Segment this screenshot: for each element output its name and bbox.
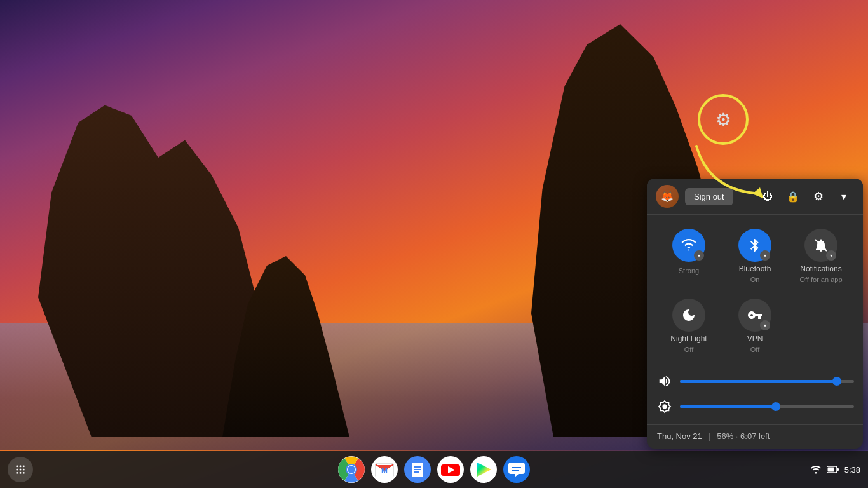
volume-slider-row (656, 369, 854, 394)
volume-icon (656, 372, 674, 390)
tiles-row-2: Night Light Off ▾ VPN Off (647, 294, 863, 363)
wifi-tray-icon (810, 465, 822, 474)
svg-point-10 (23, 472, 25, 474)
notifications-dropdown-arrow[interactable]: ▾ (826, 250, 836, 261)
brightness-slider-thumb[interactable] (771, 402, 780, 411)
taskbar-app-messages[interactable] (502, 455, 531, 484)
panel-date: Thu, Nov 21 (657, 431, 702, 441)
notifications-icon-wrapper: ▾ (804, 229, 837, 262)
svg-rect-21 (414, 469, 421, 470)
bluetooth-icon-wrapper: ▾ (738, 229, 771, 262)
svg-point-6 (20, 469, 22, 471)
taskbar-app-play[interactable] (469, 455, 498, 484)
volume-slider-thumb[interactable] (832, 377, 841, 386)
lock-button[interactable]: 🔒 (783, 186, 803, 207)
settings-icon: ⚙ (813, 189, 824, 203)
expand-button[interactable]: ▾ (834, 186, 854, 207)
svg-rect-29 (512, 467, 521, 468)
launcher-button[interactable] (8, 457, 33, 482)
night-light-icon (681, 308, 696, 323)
bluetooth-icon (747, 238, 763, 253)
notifications-tile[interactable]: ▾ Notifications Off for an app (788, 224, 854, 288)
tray-time: 5:38 (844, 465, 860, 475)
volume-slider-track[interactable] (680, 380, 854, 383)
wifi-tile[interactable]: ▾ Strong (656, 224, 722, 288)
notifications-off-icon (813, 238, 829, 253)
night-light-tile[interactable]: Night Light Off (656, 294, 722, 358)
vpn-dropdown-arrow[interactable]: ▾ (760, 320, 770, 330)
annotated-settings-icon: ⚙ (715, 109, 731, 130)
svg-point-5 (16, 469, 18, 471)
empty-tile (788, 294, 854, 358)
svg-point-3 (20, 465, 22, 467)
vpn-label: VPN (747, 334, 763, 343)
panel-sliders (647, 363, 863, 424)
svg-rect-20 (414, 466, 421, 468)
taskbar-left (8, 457, 33, 482)
night-light-sublabel: Off (684, 346, 693, 353)
svg-point-8 (16, 472, 18, 474)
settings-button[interactable]: ⚙ (808, 186, 829, 207)
lock-icon: 🔒 (787, 191, 799, 203)
night-light-label: Night Light (670, 334, 707, 343)
taskbar-app-youtube[interactable] (436, 455, 465, 484)
svg-rect-22 (414, 471, 419, 473)
annotation-arrow (690, 140, 773, 206)
taskbar-apps: M (337, 455, 531, 484)
svg-text:M: M (381, 466, 388, 475)
panel-footer: Thu, Nov 21 | 56% · 6:07 left (647, 424, 863, 449)
taskbar-tray: 5:38 (810, 465, 860, 475)
brightness-slider-row (656, 394, 854, 419)
volume-slider-fill (680, 380, 837, 383)
vpn-sublabel: Off (750, 346, 759, 353)
svg-rect-30 (512, 470, 519, 471)
taskbar: M (0, 451, 868, 488)
chevron-down-icon: ▾ (841, 191, 846, 203)
panel-battery-info: 56% · 6:07 left (717, 431, 770, 441)
night-light-icon-wrapper (672, 299, 705, 332)
brightness-slider-track[interactable] (680, 405, 854, 408)
vpn-icon-wrapper: ▾ (738, 299, 771, 332)
notifications-sublabel: Off for an app (799, 276, 842, 283)
brightness-slider-fill (680, 405, 776, 408)
svg-point-9 (20, 472, 22, 474)
taskbar-app-docs[interactable] (403, 455, 432, 484)
notifications-label: Notifications (800, 264, 841, 273)
bluetooth-dropdown-arrow[interactable]: ▾ (760, 250, 770, 261)
user-avatar: 🦊 (656, 185, 679, 208)
annotation-circle: ⚙ (698, 94, 749, 145)
wifi-icon-wrapper: ▾ (672, 229, 705, 262)
wifi-sublabel: Strong (679, 267, 699, 274)
panel-separator: | (709, 431, 710, 441)
svg-rect-33 (827, 468, 834, 472)
tiles-row-1: ▾ Strong ▾ Bluetooth On ▾ (647, 215, 863, 294)
svg-point-4 (23, 465, 25, 467)
bluetooth-label: Bluetooth (739, 264, 771, 273)
bluetooth-tile[interactable]: ▾ Bluetooth On (722, 224, 788, 288)
vpn-key-icon (747, 308, 763, 323)
taskbar-app-chrome[interactable] (337, 455, 366, 484)
wifi-icon (681, 237, 697, 254)
svg-point-14 (348, 466, 355, 473)
wifi-dropdown-arrow[interactable]: ▾ (694, 250, 704, 261)
quick-settings-panel: 🦊 Sign out ⏻ 🔒 ⚙ ▾ ▾ (647, 179, 863, 449)
taskbar-app-gmail[interactable]: M (370, 455, 399, 484)
svg-point-2 (16, 465, 18, 467)
svg-rect-32 (837, 468, 839, 471)
brightness-icon (656, 398, 674, 416)
svg-point-7 (23, 469, 25, 471)
svg-marker-0 (752, 187, 763, 198)
vpn-tile[interactable]: ▾ VPN Off (722, 294, 788, 358)
bluetooth-sublabel: On (750, 276, 760, 283)
battery-tray-icon (827, 465, 839, 474)
